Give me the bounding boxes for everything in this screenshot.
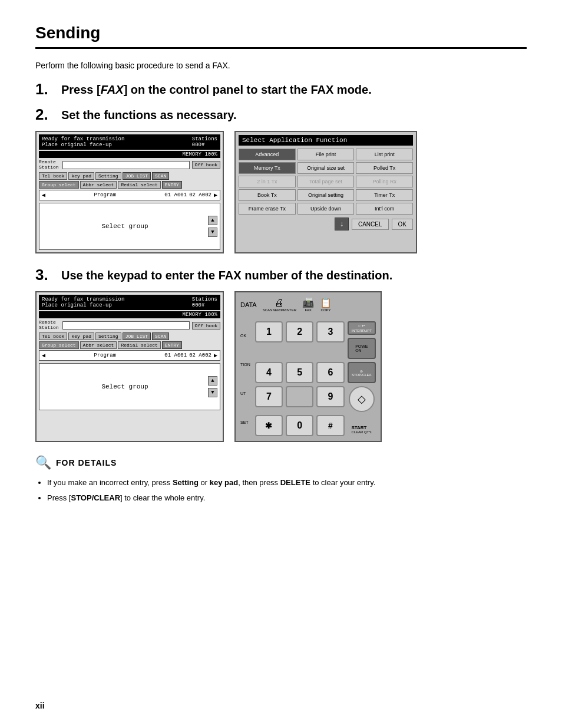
fax2-entry-btn[interactable]: ENTRY xyxy=(162,341,182,349)
copy-icon: 📋 COPY xyxy=(320,297,332,312)
fax2-group-select-btn[interactable]: Group select xyxy=(39,341,79,349)
start-btn[interactable]: ◇ xyxy=(349,386,375,412)
keypad-panel: DATA 🖨 SCANNER/PRINTER 📠 FAX 📋 COPY xyxy=(234,291,382,442)
app-btn-total-page-set[interactable]: Total page set xyxy=(297,176,355,187)
fax-panel-2: Ready for fax transmissionPlace original… xyxy=(35,291,224,442)
fax-entry-btn[interactable]: ENTRY xyxy=(162,181,182,189)
key-5[interactable]: 5 xyxy=(286,362,313,383)
side-label-tion: TION xyxy=(240,353,250,377)
fax-remote-label: RemoteStation xyxy=(39,160,60,170)
fax-remote-row: RemoteStation Off hook xyxy=(39,160,220,170)
app-btn-memory-tx[interactable]: Memory Tx xyxy=(239,162,296,174)
fax-scroll-col: ▲ ▼ xyxy=(208,216,217,237)
fax2-btn-row-1: Tel book key pad Setting JOB LIST SCAN xyxy=(39,332,220,340)
fax2-abbr-select-btn[interactable]: Abbr select xyxy=(80,341,117,349)
fax-next-arrow[interactable]: ▶ xyxy=(214,192,217,199)
key-3[interactable]: 3 xyxy=(316,321,344,342)
key-hash[interactable]: # xyxy=(316,415,344,436)
fax2-redial-select-btn[interactable]: Redial select xyxy=(118,341,160,349)
fax-remote-input xyxy=(62,161,190,169)
fax-top-bar: Ready for fax transmissionPlace original… xyxy=(39,134,220,150)
app-ok-btn[interactable]: OK xyxy=(392,219,413,230)
data-icon: DATA xyxy=(240,301,257,308)
key-9[interactable]: 9 xyxy=(316,386,344,407)
fax2-scroll-down-btn[interactable]: ▼ xyxy=(208,388,217,397)
key-4[interactable]: 4 xyxy=(255,362,283,383)
stop-clear-btn[interactable]: ⊘STOP/CLEA xyxy=(348,362,376,383)
clear-qty-label: CLEAR QTY. xyxy=(351,430,372,434)
step-3-screenshots: Ready for fax transmissionPlace original… xyxy=(35,291,527,442)
fax-prev-arrow[interactable]: ◀ xyxy=(42,192,45,199)
fax-icon-symbol: 📠 xyxy=(302,297,314,308)
app-btn-original-size-set[interactable]: Original size set xyxy=(297,162,355,174)
key-6[interactable]: 6 xyxy=(316,362,344,383)
app-btn-list-print[interactable]: List print xyxy=(356,149,413,160)
app-btn-2in1-tx[interactable]: 2 in 1 Tx xyxy=(239,176,296,187)
fax-stations: Stations000# xyxy=(192,136,217,148)
fax2-off-hook-btn[interactable]: Off hook xyxy=(192,322,220,330)
note-bold-setting: Setting xyxy=(173,478,199,487)
app-btn-upside-down[interactable]: Upside down xyxy=(297,203,355,215)
key-1[interactable]: 1 xyxy=(255,321,283,342)
app-btn-book-tx[interactable]: Book Tx xyxy=(239,189,296,201)
fax-scroll-up-btn[interactable]: ▲ xyxy=(208,216,217,225)
key-7[interactable]: 7 xyxy=(255,386,283,407)
app-btn-frame-erase-tx[interactable]: Frame erase Tx xyxy=(239,203,296,215)
step-1-text: Press [FAX] on the control panel to star… xyxy=(61,81,372,97)
keypad-keys-area: 1 2 3 ○ ↩INTERRUPT POWEON 4 5 6 ⊘STOP/CL… xyxy=(255,321,376,436)
page-title: Sending xyxy=(35,24,527,49)
for-details-text: FOR DETAILS xyxy=(56,458,117,467)
fax-scan-btn[interactable]: SCAN xyxy=(152,172,169,180)
fax-top-text: Ready for fax transmissionPlace original… xyxy=(42,136,124,148)
step-3-text: Use the keypad to enter the FAX number o… xyxy=(61,266,392,282)
step-1-italic: FAX xyxy=(101,83,124,96)
fax-program-row: ◀ Program 01 A001 02 A002 ▶ xyxy=(39,190,220,200)
copy-icon-symbol: 📋 xyxy=(320,297,332,308)
key-2[interactable]: 2 xyxy=(286,321,313,342)
app-btn-timer-tx[interactable]: Timer Tx xyxy=(356,189,413,201)
fax2-next-arrow[interactable]: ▶ xyxy=(214,352,217,359)
fax2-btn-row-2: Group select Abbr select Redial select E… xyxy=(39,341,220,349)
key-0[interactable]: 0 xyxy=(286,415,313,436)
side-label-ut: UT xyxy=(240,381,250,406)
fax-job-list-btn[interactable]: JOB LIST xyxy=(123,172,151,180)
fax2-job-list-btn[interactable]: JOB LIST xyxy=(123,332,151,340)
fax-abbr-select-btn[interactable]: Abbr select xyxy=(80,181,117,189)
fax2-top-bar: Ready for fax transmissionPlace original… xyxy=(39,295,220,310)
fax2-remote-row: RemoteStation Off hook xyxy=(39,320,220,331)
fax-setting-btn[interactable]: Setting xyxy=(95,172,121,180)
fax2-key-pad-btn[interactable]: key pad xyxy=(68,332,94,340)
data-icon-symbol: DATA xyxy=(240,301,257,308)
app-btn-polled-tx[interactable]: Polled Tx xyxy=(356,162,413,174)
fax2-scroll-up-btn[interactable]: ▲ xyxy=(208,376,217,386)
fax2-scan-btn[interactable]: SCAN xyxy=(152,332,169,340)
app-down-arrow-btn[interactable]: ↓ xyxy=(335,218,349,230)
scanner-printer-label: SCANNER/PRINTER xyxy=(263,308,296,312)
fax-off-hook-btn[interactable]: Off hook xyxy=(192,161,220,169)
app-btn-advanced[interactable]: Advanced xyxy=(239,149,296,160)
fax2-prev-arrow[interactable]: ◀ xyxy=(42,352,45,359)
interrupt-btn[interactable]: ○ ↩INTERRUPT xyxy=(348,321,376,335)
fax-redial-select-btn[interactable]: Redial select xyxy=(118,181,160,189)
app-cancel-btn[interactable]: CANCEL xyxy=(352,219,389,230)
notes-list: If you make an incorrect entry, press Se… xyxy=(47,476,527,505)
fax-key-pad-btn[interactable]: key pad xyxy=(68,172,94,180)
step-3-block: 3. Use the keypad to enter the FAX numbe… xyxy=(35,266,527,284)
app-btn-original-setting[interactable]: Original setting xyxy=(297,189,355,201)
fax2-tel-book-btn[interactable]: Tel book xyxy=(39,332,67,340)
app-bottom-row: ↓ CANCEL OK xyxy=(239,218,413,230)
app-btn-file-print[interactable]: File print xyxy=(297,149,355,160)
scanner-printer-icon: 🖨 SCANNER/PRINTER xyxy=(263,298,296,312)
key-star[interactable]: ✱ xyxy=(255,415,283,436)
fax-scroll-down-btn[interactable]: ▼ xyxy=(208,228,217,237)
app-btn-polling-rx[interactable]: Polling Rx xyxy=(356,176,413,187)
fax-tel-book-btn[interactable]: Tel book xyxy=(39,172,67,180)
key-8 xyxy=(286,386,313,407)
app-btn-intl-com[interactable]: Int'l com xyxy=(356,203,413,215)
for-details-icon: 🔍 xyxy=(35,455,51,470)
fax-group-select-btn[interactable]: Group select xyxy=(39,181,79,189)
power-btn[interactable]: POWEON xyxy=(348,338,376,359)
fax2-setting-btn[interactable]: Setting xyxy=(95,332,121,340)
fax-icon: 📠 FAX xyxy=(302,297,314,312)
fax-btn-row-1: Tel book key pad Setting JOB LIST SCAN xyxy=(39,172,220,180)
